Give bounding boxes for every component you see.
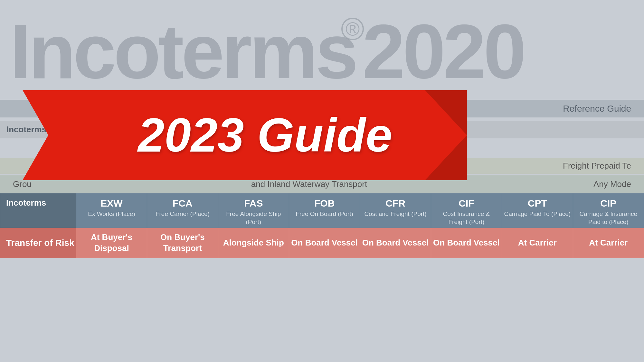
- risk-fas: Alongside Ship: [218, 228, 289, 258]
- risk-cpt: At Carrier: [502, 228, 573, 258]
- col-cif: CIF Cost Insurance & Freight (Port): [431, 193, 502, 228]
- col-exw: EXW Ex Works (Place): [76, 193, 147, 228]
- reference-bar-text: Reference Guide: [563, 104, 631, 114]
- col-cip: CIP Carriage & Insurance Paid to (Place): [573, 193, 644, 228]
- risk-cip: At Carrier: [573, 228, 644, 258]
- banner-text: 2023 Guide: [138, 108, 392, 162]
- risk-fca: On Buyer's Transport: [147, 228, 218, 258]
- col-cpt: CPT Carriage Paid To (Place): [502, 193, 573, 228]
- header-row: Incoterms EXW Ex Works (Place) FCA Free …: [0, 193, 644, 228]
- risk-cfr: On Board Vessel: [360, 228, 431, 258]
- registered-icon: ®: [341, 18, 364, 40]
- risk-exw: At Buyer's Disposal: [76, 228, 147, 258]
- background-title: Incoterms 2020: [10, 13, 524, 90]
- risk-fob: On Board Vessel: [289, 228, 360, 258]
- risk-row-label: Transfer of Risk: [0, 228, 76, 258]
- promotional-banner: 2023 Guide: [23, 90, 467, 180]
- transport-any-mode-label: Any Mode: [515, 179, 644, 189]
- col-fca: FCA Free Carrier (Place): [147, 193, 218, 228]
- col-fas: FAS Free Alongside Ship (Port): [218, 193, 289, 228]
- incoterms-table: Incoterms EXW Ex Works (Place) FCA Free …: [0, 193, 644, 258]
- col-fob: FOB Free On Board (Port): [289, 193, 360, 228]
- risk-cif: On Board Vessel: [431, 228, 502, 258]
- header-row-label: Incoterms: [0, 193, 76, 228]
- incoterms-table-container: Incoterms EXW Ex Works (Place) FCA Free …: [0, 193, 644, 362]
- transport-waterway-label: and Inland Waterway Transport: [103, 179, 515, 189]
- freight-bar-text: Freight Prepaid Te: [563, 161, 631, 171]
- transport-ground-label: Grou: [13, 179, 103, 189]
- col-cfr: CFR Cost and Freight (Port): [360, 193, 431, 228]
- risk-row: Transfer of Risk At Buyer's Disposal On …: [0, 228, 644, 258]
